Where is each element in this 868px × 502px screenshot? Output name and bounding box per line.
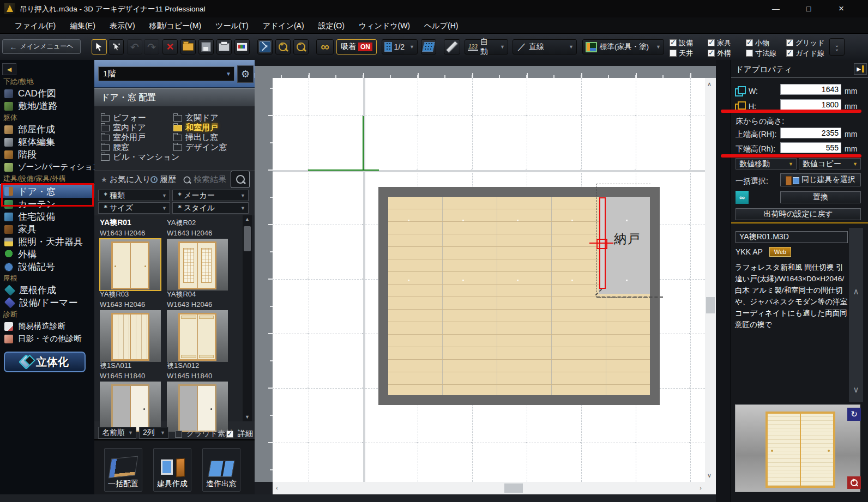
- category-building-mansion[interactable]: ビル・マンション: [101, 152, 179, 162]
- web-link-badge[interactable]: Web: [769, 247, 791, 257]
- maximize-button[interactable]: □: [793, 0, 824, 17]
- menu-edit[interactable]: 編集(E): [63, 17, 103, 34]
- canvas-vertical-scrollbar[interactable]: ∧ ∨: [705, 78, 716, 482]
- filter-style-dropdown[interactable]: ＊スタイル▼: [172, 202, 249, 214]
- link-button[interactable]: ∞: [316, 39, 334, 55]
- scroll-up-icon[interactable]: ∧: [849, 287, 863, 297]
- line-mode-dropdown[interactable]: ／ 直線 ▼: [513, 39, 577, 55]
- menu-tools[interactable]: ツール(T): [208, 17, 256, 34]
- category-waist-window[interactable]: 腰窓: [101, 142, 129, 153]
- layer-toggle-dimension[interactable]: 寸法線: [746, 49, 776, 58]
- preview-zoom-button[interactable]: [847, 476, 861, 489]
- sidebar-item-shadow-diagnosis[interactable]: 日影・その他診断: [0, 332, 94, 345]
- dimension-auto-dropdown[interactable]: 123 自動 ▼: [465, 39, 508, 55]
- tab-favorites[interactable]: ★お気に入り: [101, 174, 151, 185]
- undo-button[interactable]: ↶: [127, 39, 142, 55]
- category-japanese-room-door[interactable]: 和室用戸: [173, 123, 218, 133]
- layer-toggle-exterior[interactable]: 外構: [708, 49, 731, 58]
- layer-toggle-ceiling[interactable]: 天井: [670, 49, 693, 58]
- toolbar-overflow-button[interactable]: ⌄⌄: [829, 38, 845, 56]
- width-input[interactable]: [780, 84, 841, 95]
- height-input[interactable]: [780, 99, 841, 110]
- floor-settings-button[interactable]: ⚙: [237, 65, 254, 83]
- grid-scale-dropdown[interactable]: 1/2 ▼: [382, 39, 418, 55]
- render-mode-dropdown[interactable]: 標準(家具・塗) ▼: [582, 39, 664, 55]
- menu-move-copy[interactable]: 移動/コピー(M): [142, 17, 209, 34]
- detail-checkbox[interactable]: 詳細: [226, 429, 253, 439]
- product-card-ya-fusuma-r02[interactable]: YA襖R02 W1643 H2046: [167, 218, 231, 291]
- layer-toggle-grid[interactable]: グリッド: [786, 38, 824, 48]
- select-tool-button[interactable]: [92, 39, 107, 55]
- scrollbar-thumb[interactable]: [706, 297, 715, 313]
- sidebar-item-frame-edit[interactable]: 躯体編集: [0, 136, 94, 148]
- layer-toggle-equipment[interactable]: 設備: [670, 38, 693, 48]
- product-card-fusuma-1sa011[interactable]: 襖1SA011 W1645 H1840: [100, 361, 164, 432]
- close-button[interactable]: ×: [826, 0, 857, 17]
- filter-size-dropdown[interactable]: ＊サイズ▼: [98, 202, 170, 214]
- menu-window[interactable]: ウィンドウ(W): [352, 17, 417, 34]
- sidebar-item-dormer[interactable]: 設備/ドーマー: [0, 297, 94, 309]
- top-height-input[interactable]: [780, 128, 841, 138]
- product-card-fusuma-1sa012[interactable]: 襖1SA012 W1645 H1840: [167, 361, 231, 432]
- drawing-area[interactable]: 納戸: [273, 78, 705, 482]
- category-entrance-door[interactable]: 玄関ドア: [173, 113, 219, 123]
- measure-tool-button[interactable]: [444, 39, 460, 55]
- sidebar-item-door-window[interactable]: ドア・窓: [0, 184, 94, 198]
- sidebar-item-curtain[interactable]: カーテン: [0, 198, 94, 210]
- batch-place-button[interactable]: 一括配置: [104, 448, 142, 492]
- scrollbar-thumb[interactable]: [504, 483, 523, 493]
- select-same-fixture-button[interactable]: 同じ建具を選択: [780, 173, 861, 186]
- sidebar-item-roof-create[interactable]: 屋根作成: [0, 284, 94, 297]
- sort-order-dropdown[interactable]: 名前順▼: [98, 427, 136, 439]
- filter-type-dropdown[interactable]: ＊種類▼: [98, 190, 170, 201]
- cloud-material-checkbox[interactable]: クラウド素材: [175, 429, 233, 439]
- sidebar-item-cad[interactable]: CAD作図: [0, 87, 94, 100]
- filter-maker-dropdown[interactable]: ＊メーカー▼: [172, 190, 249, 201]
- sidebar-item-exterior[interactable]: 外構: [0, 248, 94, 261]
- sidebar-item-furniture[interactable]: 家具: [0, 223, 94, 235]
- multi-select-tool-button[interactable]: [108, 39, 124, 55]
- product-card-ya-fusuma-r04[interactable]: YA襖R04 W1643 H2046: [167, 289, 231, 362]
- redo-button[interactable]: ↷: [144, 39, 159, 55]
- layer-toggle-guideline[interactable]: ガイド線: [786, 49, 824, 58]
- menu-view[interactable]: 表示(V): [103, 17, 142, 34]
- bottom-height-input[interactable]: [780, 142, 841, 153]
- description-scrollbar[interactable]: ∧ ∨: [849, 228, 863, 402]
- grid-settings-button[interactable]: [421, 39, 436, 55]
- sidebar-item-stairs[interactable]: 階段: [0, 148, 94, 161]
- scroll-down-icon[interactable]: ∨: [707, 472, 712, 479]
- sidebar-item-site-road[interactable]: 敷地/道路: [0, 100, 94, 112]
- scroll-left-icon[interactable]: ‹: [276, 485, 278, 491]
- fit-view-button[interactable]: [257, 39, 273, 55]
- category-before[interactable]: ビフォー: [101, 113, 146, 123]
- make-3d-button[interactable]: 立体化: [4, 352, 86, 372]
- scrollbar-thumb[interactable]: [244, 226, 251, 251]
- floor-select-dropdown[interactable]: 1階 ▼: [98, 66, 234, 81]
- model-name-box[interactable]: YA襖R01.M3D: [736, 231, 848, 243]
- replace-button[interactable]: 置換: [780, 191, 861, 203]
- reset-to-factory-button[interactable]: 出荷時の設定に戻す: [736, 208, 861, 220]
- fixture-create-button[interactable]: 建具作成: [153, 448, 191, 492]
- open-file-button[interactable]: [180, 39, 196, 55]
- zoom-out-button[interactable]: −: [293, 39, 309, 55]
- print-button[interactable]: [216, 39, 232, 55]
- menu-help[interactable]: ヘルプ(H): [417, 17, 465, 34]
- sidebar-item-zone-partition[interactable]: ゾーン/パーティション: [0, 161, 94, 173]
- sidebar-item-housing-equipment[interactable]: 住宅設備: [0, 210, 94, 223]
- tab-history[interactable]: 履歴: [150, 174, 176, 185]
- search-button[interactable]: [231, 171, 250, 188]
- scroll-up-icon[interactable]: ▲: [243, 215, 252, 223]
- product-list-scrollbar[interactable]: ▲ ▼: [243, 215, 252, 421]
- scroll-down-icon[interactable]: ▼: [243, 413, 252, 421]
- column-mode-dropdown[interactable]: 2列▼: [139, 427, 168, 439]
- product-card-ya-fusuma-r01[interactable]: YA襖R01 W1643 H2046: [100, 218, 164, 291]
- rotate-view-button[interactable]: ↻: [847, 408, 861, 421]
- sidebar-collapse-button[interactable]: ◀: [2, 63, 16, 75]
- category-design-window[interactable]: デザイン窓: [173, 142, 227, 153]
- panel-collapse-button[interactable]: ▶: [854, 63, 867, 75]
- scroll-up-icon[interactable]: ∧: [707, 81, 712, 88]
- canvas-horizontal-scrollbar[interactable]: ‹ ›: [273, 482, 705, 495]
- scroll-right-icon[interactable]: ›: [700, 485, 702, 491]
- room-walls[interactable]: 納戸: [378, 187, 660, 405]
- numeric-move-dropdown[interactable]: 数値移動▼: [736, 158, 797, 170]
